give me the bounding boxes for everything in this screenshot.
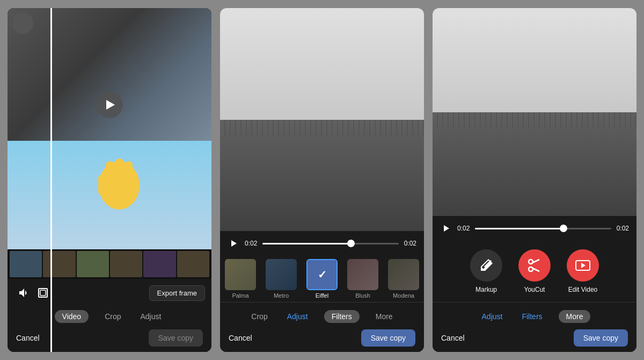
save-copy-button-1[interactable]: Save copy bbox=[149, 329, 203, 347]
bottom-toolbar-3: Adjust Filters More Cancel Save copy bbox=[433, 303, 636, 352]
play-button-1[interactable] bbox=[96, 91, 123, 118]
bottom-toolbar-1: Export frame Video Crop Adjust Cancel Sa… bbox=[8, 279, 211, 352]
svg-point-7 bbox=[529, 260, 533, 264]
cancel-button-2[interactable]: Cancel bbox=[229, 334, 252, 342]
phone-panel-1: Export frame Video Crop Adjust Cancel Sa… bbox=[8, 8, 211, 352]
filter-label-palma: Palma bbox=[232, 292, 248, 299]
time-end-3: 0:02 bbox=[617, 225, 629, 232]
film-thumb bbox=[143, 251, 175, 277]
bw-fence-2 bbox=[220, 120, 424, 232]
playback-bar-2: 0:02 0:02 bbox=[220, 231, 424, 256]
bottom-action-row-2: Cancel Save copy bbox=[226, 325, 418, 349]
bw-preview-2 bbox=[220, 8, 424, 231]
svg-point-8 bbox=[529, 267, 533, 271]
youcut-label: YouCut bbox=[524, 286, 545, 293]
tab-adjust-3[interactable]: Adjust bbox=[479, 310, 506, 323]
tool-youcut[interactable]: YouCut bbox=[518, 249, 551, 293]
filmstrip-position-line bbox=[50, 249, 52, 279]
progress-track-3[interactable] bbox=[475, 228, 611, 229]
markup-icon-circle bbox=[470, 249, 502, 282]
progress-thumb-3[interactable] bbox=[560, 225, 567, 232]
editvideo-label: Edit Video bbox=[568, 286, 598, 293]
tab-adjust-1[interactable]: Adjust bbox=[137, 310, 165, 323]
editvideo-icon-circle bbox=[567, 249, 599, 282]
toolbar-icons-1: Export frame bbox=[14, 283, 205, 303]
tab-video[interactable]: Video bbox=[55, 310, 89, 323]
film-thumb bbox=[110, 251, 142, 277]
filter-palma[interactable]: Palma bbox=[220, 256, 261, 302]
frame-button[interactable] bbox=[33, 283, 53, 303]
tab-adjust-2[interactable]: Adjust bbox=[284, 310, 311, 323]
bw-sky-2 bbox=[220, 8, 424, 120]
filter-label-blush: Blush bbox=[355, 292, 370, 299]
tab-more-2[interactable]: More bbox=[372, 310, 396, 323]
svg-rect-1 bbox=[106, 161, 114, 188]
save-copy-button-3[interactable]: Save copy bbox=[574, 329, 628, 347]
filter-label-modena: Modena bbox=[393, 292, 414, 299]
bw-preview-3 bbox=[433, 8, 636, 216]
filter-metro[interactable]: Metro bbox=[261, 256, 302, 302]
speaker-button[interactable] bbox=[14, 283, 33, 303]
filter-label-eiffel: Eiffel bbox=[316, 292, 328, 299]
phone-panel-3: 0:02 0:02 Markup bbox=[433, 8, 636, 352]
filter-thumb-eiffel: ✓ bbox=[306, 259, 338, 290]
play-small-2[interactable] bbox=[228, 237, 239, 249]
progress-fill-3 bbox=[475, 228, 564, 229]
svg-rect-3 bbox=[125, 161, 133, 187]
progress-thumb-2[interactable] bbox=[347, 240, 355, 247]
svg-rect-6 bbox=[40, 290, 46, 296]
film-thumb bbox=[77, 251, 109, 277]
save-copy-button-2[interactable]: Save copy bbox=[361, 329, 415, 347]
cancel-button-3[interactable]: Cancel bbox=[441, 334, 465, 342]
tool-edit-video[interactable]: Edit Video bbox=[567, 249, 599, 293]
tab-crop-1[interactable]: Crop bbox=[101, 310, 124, 323]
bottom-action-row-1: Cancel Save copy bbox=[14, 325, 205, 349]
cancel-button-1[interactable]: Cancel bbox=[16, 334, 40, 342]
film-thumb bbox=[10, 251, 42, 277]
tool-markup[interactable]: Markup bbox=[470, 249, 502, 293]
filter-blush[interactable]: Blush bbox=[342, 256, 383, 302]
youcut-icon-circle bbox=[518, 249, 551, 282]
export-frame-button[interactable]: Export frame bbox=[149, 285, 205, 301]
filter-thumb-palma bbox=[225, 259, 256, 290]
svg-rect-4 bbox=[98, 175, 106, 195]
filter-thumb-metro bbox=[266, 259, 297, 290]
time-start-2: 0:02 bbox=[245, 240, 257, 247]
filmstrip-1[interactable] bbox=[8, 249, 211, 279]
tab-filters-3[interactable]: Filters bbox=[518, 310, 545, 323]
filter-modena[interactable]: Modena bbox=[383, 256, 424, 302]
hand-cursor bbox=[95, 156, 143, 217]
video-preview-2 bbox=[220, 8, 424, 231]
tab-row-2: Crop Adjust Filters More bbox=[226, 307, 418, 325]
time-end-2: 0:02 bbox=[404, 240, 416, 247]
filter-label-metro: Metro bbox=[274, 292, 289, 299]
svg-marker-12 bbox=[581, 263, 586, 268]
video-preview-1 bbox=[8, 8, 211, 249]
filter-thumb-blush bbox=[347, 259, 378, 290]
filter-check-eiffel: ✓ bbox=[318, 268, 327, 281]
phone-panel-2: 0:02 0:02 Palma Metro ✓ Eiffel bbox=[220, 8, 424, 352]
bw-sky-3 bbox=[433, 8, 636, 112]
time-start-3: 0:02 bbox=[457, 225, 470, 232]
preview-top-1 bbox=[8, 8, 211, 141]
bottom-toolbar-2: Crop Adjust Filters More Cancel Save cop… bbox=[220, 303, 424, 352]
play-small-3[interactable] bbox=[440, 222, 452, 234]
tab-row-3: Adjust Filters More bbox=[439, 307, 630, 325]
tab-filters-2[interactable]: Filters bbox=[324, 310, 360, 323]
film-thumb bbox=[177, 251, 209, 277]
tab-more-3[interactable]: More bbox=[559, 310, 591, 323]
tab-crop-2[interactable]: Crop bbox=[248, 310, 270, 323]
filter-eiffel[interactable]: ✓ Eiffel bbox=[302, 256, 342, 302]
more-tools-panel: Markup YouCut Edit Video bbox=[433, 241, 636, 302]
filter-row-2: Palma Metro ✓ Eiffel Blush Modena bbox=[220, 256, 424, 302]
tab-row-1: Video Crop Adjust bbox=[14, 307, 205, 325]
playback-bar-3: 0:02 0:02 bbox=[433, 216, 636, 241]
bottom-action-row-3: Cancel Save copy bbox=[439, 325, 630, 349]
bw-fence-3 bbox=[433, 112, 636, 217]
progress-fill-2 bbox=[262, 243, 351, 244]
svg-rect-2 bbox=[115, 159, 124, 186]
filter-thumb-modena bbox=[388, 259, 419, 290]
progress-track-2[interactable] bbox=[262, 243, 398, 244]
film-thumb bbox=[43, 251, 75, 277]
markup-label: Markup bbox=[475, 286, 497, 293]
